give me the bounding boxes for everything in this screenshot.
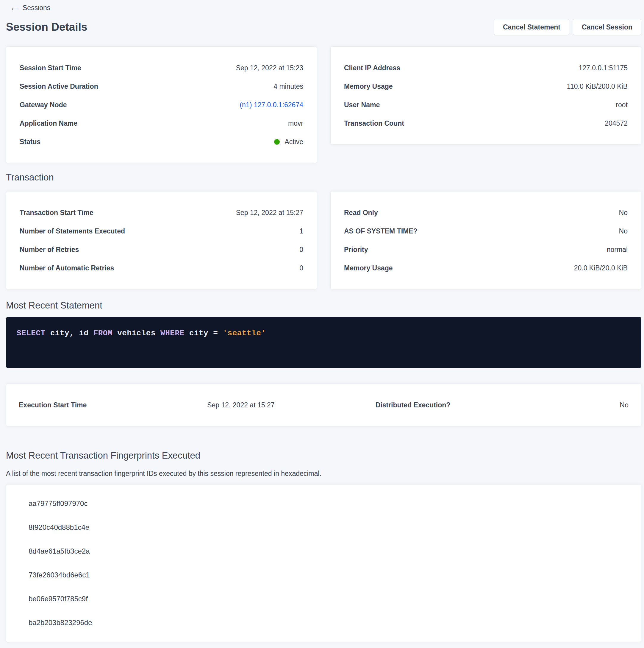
retries-label: Number of Retries: [20, 246, 79, 254]
as-of-system-time-row: AS OF SYSTEM TIME? No: [344, 222, 628, 240]
sql-statement-code: SELECT city, id FROM vehicles WHERE city…: [17, 329, 631, 338]
fingerprint-item: be06e9570f785c9f: [6, 587, 641, 611]
fingerprint-item: ba2b203b823296de: [6, 611, 641, 635]
session-info-card: Session Start Time Sep 12, 2022 at 15:23…: [6, 47, 317, 163]
title-row: Session Details Cancel Statement Cancel …: [6, 19, 641, 35]
retries-value: 0: [299, 246, 303, 254]
status-label: Status: [20, 138, 41, 146]
distributed-execution-label: Distributed Execution?: [375, 401, 546, 409]
txn-memory-usage-value: 20.0 KiB/20.0 KiB: [574, 264, 628, 272]
fingerprints-section-title: Most Recent Transaction Fingerprints Exe…: [6, 450, 641, 462]
automatic-retries-row: Number of Automatic Retries 0: [20, 259, 303, 277]
memory-usage-label: Memory Usage: [344, 83, 393, 91]
transaction-start-time-value: Sep 12, 2022 at 15:27: [236, 209, 303, 217]
memory-usage-row: Memory Usage 110.0 KiB/200.0 KiB: [344, 77, 628, 96]
fingerprint-item: 8d4ae61a5fb3ce2a: [6, 539, 641, 563]
sql-plain-1: city, id: [46, 329, 94, 338]
execution-start-time-value: Sep 12, 2022 at 15:27: [207, 401, 375, 409]
fingerprint-item: 73fe26034bd6e6c1: [6, 563, 641, 587]
session-summary-grid: Session Start Time Sep 12, 2022 at 15:23…: [6, 47, 641, 163]
title-actions: Cancel Statement Cancel Session: [494, 19, 641, 35]
transaction-grid: Transaction Start Time Sep 12, 2022 at 1…: [6, 191, 641, 289]
transaction-count-label: Transaction Count: [344, 119, 404, 127]
application-name-value: movr: [288, 119, 303, 127]
application-name-row: Application Name movr: [20, 114, 303, 132]
status-active-dot-icon: [274, 139, 280, 145]
priority-row: Priority normal: [344, 240, 628, 259]
session-start-time-row: Session Start Time Sep 12, 2022 at 15:23: [20, 59, 303, 77]
client-info-card: Client IP Address 127.0.0.1:51175 Memory…: [330, 47, 641, 145]
transaction-right-card: Read Only No AS OF SYSTEM TIME? No Prior…: [330, 191, 641, 289]
cancel-session-button[interactable]: Cancel Session: [573, 19, 641, 35]
back-arrow-icon: ←: [10, 4, 18, 12]
txn-memory-usage-label: Memory Usage: [344, 264, 393, 272]
fingerprint-item: 8f920c40d88b1c4e: [6, 516, 641, 539]
sql-string-literal: 'seattle': [223, 329, 266, 338]
user-name-value: root: [616, 101, 628, 109]
statements-executed-label: Number of Statements Executed: [20, 227, 125, 235]
sql-plain-2: vehicles: [113, 329, 160, 338]
statements-executed-row: Number of Statements Executed 1: [20, 222, 303, 240]
read-only-row: Read Only No: [344, 203, 628, 222]
session-active-duration-value: 4 minutes: [274, 83, 303, 91]
status-row: Status Active: [20, 132, 303, 151]
priority-value: normal: [607, 246, 628, 254]
transaction-count-row: Transaction Count 204572: [344, 114, 628, 132]
fingerprints-card: aa79775ff097970c 8f920c40d88b1c4e 8d4ae6…: [6, 484, 641, 642]
automatic-retries-value: 0: [299, 264, 303, 272]
session-active-duration-label: Session Active Duration: [20, 83, 98, 91]
user-name-row: User Name root: [344, 96, 628, 114]
sql-keyword-from: FROM: [94, 329, 113, 338]
client-ip-label: Client IP Address: [344, 64, 400, 72]
session-start-time-value: Sep 12, 2022 at 15:23: [236, 64, 303, 72]
session-start-time-label: Session Start Time: [20, 64, 81, 72]
execution-start-time-label: Execution Start Time: [19, 401, 207, 409]
statements-executed-value: 1: [299, 227, 303, 235]
fingerprints-description: A list of the most recent transaction fi…: [6, 469, 641, 478]
execution-card: Execution Start Time Sep 12, 2022 at 15:…: [6, 384, 641, 426]
client-ip-row: Client IP Address 127.0.0.1:51175: [344, 59, 628, 77]
as-of-system-time-label: AS OF SYSTEM TIME?: [344, 227, 417, 235]
session-details-page: ← Sessions Session Details Cancel Statem…: [6, 0, 641, 642]
automatic-retries-label: Number of Automatic Retries: [20, 264, 114, 272]
sql-statement-box: SELECT city, id FROM vehicles WHERE city…: [6, 317, 641, 368]
status-value: Active: [274, 138, 303, 146]
memory-usage-value: 110.0 KiB/200.0 KiB: [567, 83, 628, 91]
transaction-left-card: Transaction Start Time Sep 12, 2022 at 1…: [6, 191, 317, 289]
gateway-node-link[interactable]: (n1) 127.0.0.1:62674: [240, 101, 303, 109]
session-active-duration-row: Session Active Duration 4 minutes: [20, 77, 303, 96]
retries-row: Number of Retries 0: [20, 240, 303, 259]
status-text: Active: [285, 138, 303, 146]
read-only-label: Read Only: [344, 209, 378, 217]
statement-section-title: Most Recent Statement: [6, 300, 641, 312]
client-ip-value: 127.0.0.1:51175: [579, 64, 628, 72]
distributed-execution-value: No: [546, 401, 629, 409]
gateway-node-row: Gateway Node (n1) 127.0.0.1:62674: [20, 96, 303, 114]
gateway-node-label: Gateway Node: [20, 101, 67, 109]
breadcrumb-label: Sessions: [22, 3, 50, 12]
read-only-value: No: [619, 209, 628, 217]
sql-plain-3: city =: [184, 329, 223, 338]
back-to-sessions-link[interactable]: ← Sessions: [6, 3, 50, 12]
user-name-label: User Name: [344, 101, 380, 109]
transaction-count-value: 204572: [605, 119, 628, 127]
transaction-start-time-row: Transaction Start Time Sep 12, 2022 at 1…: [20, 203, 303, 222]
as-of-system-time-value: No: [619, 227, 628, 235]
fingerprint-item: aa79775ff097970c: [6, 492, 641, 516]
application-name-label: Application Name: [20, 119, 77, 127]
sql-keyword-select: SELECT: [17, 329, 46, 338]
transaction-section-title: Transaction: [6, 171, 641, 183]
page-title: Session Details: [6, 19, 87, 35]
txn-memory-usage-row: Memory Usage 20.0 KiB/20.0 KiB: [344, 259, 628, 277]
priority-label: Priority: [344, 246, 368, 254]
cancel-statement-button[interactable]: Cancel Statement: [494, 19, 569, 35]
transaction-start-time-label: Transaction Start Time: [20, 209, 94, 217]
sql-keyword-where: WHERE: [160, 329, 184, 338]
